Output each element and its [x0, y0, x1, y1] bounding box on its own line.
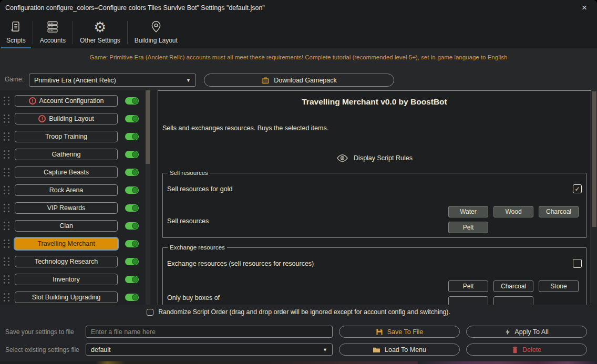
tab-accounts[interactable]: Accounts: [35, 16, 71, 48]
panel-scrollbar-thumb[interactable]: [592, 91, 596, 227]
drag-handle-icon[interactable]: [3, 168, 11, 176]
drag-handle-icon[interactable]: [3, 257, 11, 266]
drag-handle-icon[interactable]: [3, 150, 11, 159]
script-row: ! Clan: [0, 220, 146, 232]
save-settings-label: Save your settings to file: [5, 328, 74, 336]
exchange-resources-checkbox[interactable]: ✓: [573, 259, 582, 268]
script-button-label: Inventory: [53, 276, 79, 283]
sell-for-gold-checkbox[interactable]: ✓: [573, 184, 582, 193]
resource-option-button[interactable]: Stone: [539, 280, 579, 292]
sidebar-scrollbar-thumb[interactable]: [146, 90, 150, 164]
resource-option-button-clipped[interactable]: [448, 296, 488, 305]
chevron-down-icon: ▼: [323, 347, 327, 352]
script-button[interactable]: ! Travelling Merchant: [15, 238, 118, 249]
resource-option-button[interactable]: Charcoal: [493, 280, 533, 292]
script-toggle-switch[interactable]: [125, 258, 139, 265]
gear-icon: ⚙: [94, 18, 106, 35]
toggle-knob: [132, 276, 138, 283]
toggle-knob: [132, 151, 138, 158]
map-pin-icon: [149, 18, 163, 35]
script-button[interactable]: ! Slot Building Upgrading: [15, 292, 118, 303]
script-toggle-switch[interactable]: [125, 204, 139, 212]
sidebar-scrollbar[interactable]: [146, 90, 150, 305]
resource-option-button[interactable]: Water: [448, 206, 488, 217]
banner-zone: Game: Primitive Era (Ancient Relic) acco…: [0, 48, 597, 90]
script-sidebar: ! Account Configuration ! Building Layou…: [0, 90, 151, 305]
tab-other-settings[interactable]: ⚙ Other Settings: [75, 16, 126, 48]
script-toggle-switch[interactable]: [125, 222, 139, 230]
tab-scripts[interactable]: Scripts: [1, 16, 31, 48]
script-toggle-switch[interactable]: [125, 97, 139, 105]
toggle-knob: [132, 169, 138, 175]
servers-icon: [45, 18, 60, 35]
window-title: Configuration configure_colors=Configure…: [5, 4, 265, 12]
script-toggle-switch[interactable]: [125, 276, 139, 283]
script-button-label: Slot Building Upgrading: [32, 294, 101, 301]
script-toggle-switch[interactable]: [125, 294, 139, 301]
resource-option-button[interactable]: Pelt: [448, 280, 488, 292]
script-toggle-switch[interactable]: [125, 151, 139, 158]
close-button[interactable]: ×: [576, 1, 593, 15]
drag-handle-icon[interactable]: [3, 293, 11, 301]
script-button[interactable]: ! Inventory: [15, 274, 118, 285]
resource-option-button[interactable]: Charcoal: [539, 206, 579, 217]
resource-option-button-clipped[interactable]: [493, 296, 533, 305]
trash-icon: [512, 346, 518, 353]
drag-handle-icon[interactable]: [3, 186, 11, 194]
script-button[interactable]: ! Rock Arena: [15, 184, 118, 196]
script-row: ! VIP Rewards: [0, 202, 146, 214]
drag-handle-icon[interactable]: [3, 132, 11, 141]
script-button-label: Clan: [59, 222, 73, 230]
script-settings-panel: Travelling Merchant v0.0 by BoostBot Sel…: [158, 90, 591, 305]
display-script-rules-button[interactable]: Display Script Rules: [158, 153, 591, 163]
script-button-label: VIP Rewards: [47, 204, 86, 212]
script-button[interactable]: ! Account Configuration: [15, 95, 118, 107]
script-toggle-switch[interactable]: [125, 186, 139, 194]
resource-option-button[interactable]: Pelt: [448, 222, 488, 233]
exchange-resources-group: Exchange resources Exchange resources (s…: [162, 244, 586, 305]
script-button[interactable]: ! Building Layout: [15, 113, 118, 124]
script-button[interactable]: ! Gathering: [15, 149, 118, 160]
script-button-label: Troop Training: [45, 133, 87, 140]
save-to-file-button[interactable]: Save To File: [339, 326, 460, 338]
download-gamepack-button[interactable]: Download Gamepack: [204, 74, 394, 87]
randomize-order-checkbox[interactable]: ✓: [147, 309, 153, 316]
settings-file-select[interactable]: default ▼: [86, 344, 333, 356]
game-select[interactable]: Primitive Era (Ancient Relic) ▼: [29, 74, 196, 87]
script-toggle-switch[interactable]: [125, 240, 139, 247]
apply-to-all-button[interactable]: Apply To All: [466, 326, 587, 338]
exchange-resources-label: Exchange resources (sell resources for r…: [167, 260, 314, 267]
drag-handle-icon[interactable]: [3, 275, 11, 284]
script-button[interactable]: ! VIP Rewards: [15, 202, 118, 214]
settings-file-value: default: [91, 346, 111, 353]
panel-scrollbar[interactable]: [591, 90, 597, 305]
lightning-icon: [505, 328, 510, 336]
script-row: ! Inventory: [0, 274, 146, 285]
delete-label: Delete: [522, 346, 541, 353]
delete-button[interactable]: Delete: [466, 344, 587, 356]
sell-resources-label: Sell resources: [167, 217, 209, 225]
script-toggle-switch[interactable]: [125, 133, 139, 140]
drag-handle-icon[interactable]: [3, 97, 11, 105]
script-button[interactable]: ! Capture Beasts: [15, 167, 118, 178]
tab-building-layout[interactable]: Building Layout: [129, 16, 183, 48]
drag-handle-icon[interactable]: [3, 204, 11, 212]
exchange-resources-legend: Exchange resources: [168, 244, 227, 251]
script-toggle-switch[interactable]: [125, 115, 139, 122]
script-row: ! Rock Arena: [0, 184, 146, 196]
script-button[interactable]: ! Troop Training: [15, 131, 118, 142]
tab-label: Accounts: [40, 37, 66, 44]
script-toggle-switch[interactable]: [125, 169, 139, 176]
drag-handle-icon[interactable]: [3, 115, 11, 123]
drag-handle-icon[interactable]: [3, 240, 11, 248]
script-button[interactable]: ! Technology Research: [15, 256, 118, 267]
load-to-menu-button[interactable]: Load To Menu: [339, 344, 460, 356]
file-name-input[interactable]: [86, 326, 333, 338]
sell-resources-legend: Sell resources: [168, 170, 210, 176]
toggle-knob: [132, 294, 138, 300]
drag-handle-icon[interactable]: [3, 222, 11, 230]
script-row: ! Capture Beasts: [0, 167, 146, 178]
resource-option-button[interactable]: Wood: [493, 206, 533, 217]
tab-label: Scripts: [6, 37, 26, 44]
script-button[interactable]: ! Clan: [15, 220, 118, 232]
